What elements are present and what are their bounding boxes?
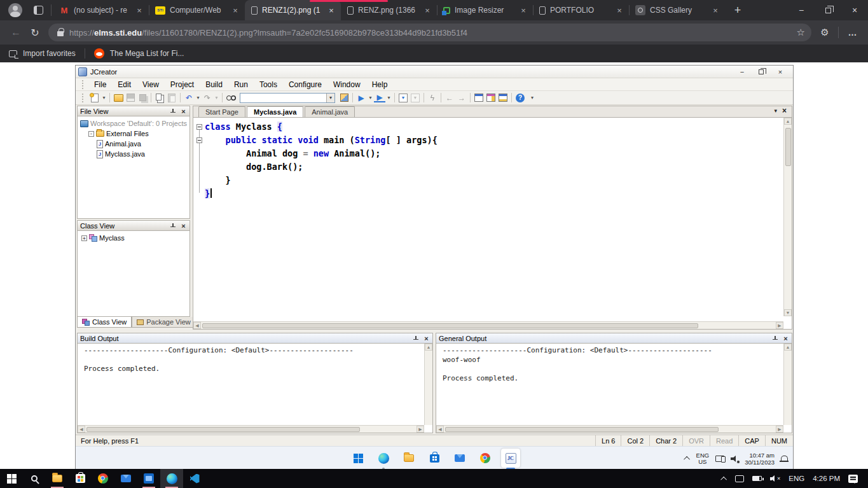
copy-icon[interactable] (154, 92, 165, 103)
pin-icon[interactable] (170, 108, 176, 115)
run-file-icon[interactable]: ▶ (355, 92, 367, 103)
file-view-toggle-icon[interactable] (473, 92, 485, 103)
fold-marker-icon[interactable] (196, 137, 202, 143)
jc-minimize-button[interactable]: − (737, 68, 747, 76)
debug-icon[interactable]: ϟ (427, 92, 438, 103)
dropdown-caret-icon[interactable]: ▾ (386, 95, 392, 101)
close-icon[interactable]: × (180, 222, 187, 230)
favorite-bookmark[interactable]: The Mega List for Fi... (110, 49, 184, 58)
tab-close-icon[interactable]: × (422, 6, 432, 15)
tab-close-icon[interactable]: × (518, 6, 528, 15)
browser-tab[interactable]: Image Resizer× (437, 0, 533, 20)
pin-icon[interactable] (170, 223, 176, 229)
scroll-left-icon[interactable]: ◀ (193, 322, 201, 329)
output-vertical-scrollbar[interactable]: ▲ (783, 344, 792, 425)
tree-expander-icon[interactable]: + (81, 235, 87, 241)
compile-file-icon[interactable] (397, 92, 409, 103)
explorer-taskbar-button[interactable] (399, 449, 418, 468)
scrollbar-thumb[interactable] (445, 427, 719, 432)
redo-icon[interactable]: ↷ (202, 92, 213, 103)
tablet-mode-icon[interactable] (735, 475, 744, 482)
chrome-taskbar-button[interactable] (476, 449, 495, 468)
battery-icon[interactable] (752, 476, 762, 481)
undo-icon[interactable]: ↶ (183, 92, 195, 103)
fold-marker-icon[interactable] (196, 124, 202, 130)
store-taskbar-button[interactable] (425, 449, 444, 468)
menu-run[interactable]: Run (228, 78, 254, 91)
jc-close-button[interactable]: × (775, 68, 785, 76)
pin-icon[interactable] (772, 335, 778, 342)
close-icon[interactable]: × (180, 108, 187, 115)
edge-taskbar-button[interactable] (160, 469, 183, 488)
output-horizontal-scrollbar[interactable]: ◀ ▶ (436, 425, 783, 433)
menu-tools[interactable]: Tools (254, 78, 283, 91)
tab-close-icon[interactable]: × (326, 6, 336, 15)
tree-item[interactable]: Workspace 'Default': 0 Projects (79, 119, 189, 128)
photos-taskbar-button[interactable] (137, 469, 160, 488)
address-field[interactable]: https://elms.sti.edu/files/11601780/RENZ… (48, 24, 811, 41)
help-icon[interactable]: ? (516, 94, 525, 102)
output-view-toggle-icon[interactable] (497, 92, 509, 103)
editor-tab-list-icon[interactable]: ▾ (774, 108, 777, 114)
tab-actions-icon[interactable] (34, 6, 43, 15)
scroll-right-icon[interactable]: ▶ (776, 322, 783, 329)
tab-close-icon[interactable]: × (134, 6, 144, 15)
window-restore-button[interactable] (815, 0, 841, 20)
scroll-left-icon[interactable]: ◀ (78, 426, 85, 433)
scrollbar-thumb[interactable] (202, 323, 698, 328)
language-indicator[interactable]: ENG (789, 475, 804, 482)
menu-build[interactable]: Build (200, 78, 228, 91)
tray-chevron-icon[interactable] (720, 476, 727, 482)
notification-bell-icon[interactable] (781, 456, 788, 462)
tray-chevron-icon[interactable] (684, 456, 690, 463)
menu-help[interactable]: Help (366, 78, 394, 91)
fold-gutter[interactable] (193, 137, 205, 143)
dock-tab-package-view[interactable]: Package View (132, 317, 196, 328)
start-taskbar-button[interactable] (0, 469, 23, 488)
scrollbar-th umb[interactable] (86, 427, 360, 432)
tab-close-icon[interactable]: × (614, 6, 624, 15)
menu-configure[interactable]: Configure (283, 78, 327, 91)
profile-avatar[interactable] (8, 3, 22, 17)
menu-file[interactable]: File (88, 78, 112, 91)
window-close-button[interactable]: × (841, 0, 868, 20)
tab-close-icon[interactable]: × (230, 6, 240, 15)
explorer-taskbar-button[interactable] (46, 469, 69, 488)
class-view-toggle-icon[interactable] (485, 92, 497, 103)
tree-item[interactable]: -External Files (79, 129, 189, 138)
new-file-icon[interactable] (89, 92, 100, 103)
paste-icon[interactable] (166, 92, 177, 103)
dock-tab-class-view[interactable]: Class View (77, 317, 132, 328)
scroll-right-icon[interactable]: ▶ (776, 426, 783, 433)
scrollbar-thumb[interactable] (785, 128, 791, 166)
store-taskbar-button[interactable] (69, 469, 92, 488)
dropdown-caret-icon[interactable]: ▾ (101, 95, 107, 101)
browser-tab[interactable]: STIComputer/Web× (149, 0, 245, 20)
search-taskbar-button[interactable] (23, 469, 46, 488)
inner-language-indicator[interactable]: ENG US (696, 452, 710, 465)
dropdown-caret-icon[interactable]: ▾ (195, 95, 201, 101)
inner-clock[interactable]: 10:47 am 30/11/2023 (745, 452, 775, 466)
jc-restore-button[interactable] (756, 69, 766, 74)
scroll-up-icon[interactable]: ▲ (784, 344, 792, 351)
browser-tab[interactable]: CSS Gallery× (629, 0, 725, 20)
tree-item[interactable]: JMyclass.java (79, 150, 189, 158)
code-editor[interactable]: class Myclass { public static void main … (193, 118, 783, 316)
close-icon[interactable]: × (782, 335, 789, 342)
scroll-up-icon[interactable]: ▲ (784, 118, 792, 125)
cast-device-icon[interactable] (715, 456, 724, 462)
favorite-star-icon[interactable]: ☆ (797, 27, 805, 38)
scroll-down-icon[interactable]: ▼ (784, 309, 792, 316)
import-favorites-button[interactable]: Import favorites (23, 49, 76, 58)
editor-tab-animal-java[interactable]: Animal.java (305, 106, 355, 117)
vscode-taskbar-button[interactable] (183, 469, 206, 488)
volume-muted-icon[interactable]: × (770, 475, 780, 482)
menu-edit[interactable]: Edit (112, 78, 137, 91)
browser-tab[interactable]: M(no subject) - re× (53, 0, 149, 20)
back-icon[interactable]: ← (6, 23, 25, 42)
toolbar-overflow-icon[interactable]: ▾ (527, 92, 538, 103)
mail-taskbar-button[interactable] (450, 449, 469, 468)
save-all-icon[interactable] (137, 92, 148, 103)
settings-menu-icon[interactable]: … (844, 27, 862, 38)
jcreator-taskbar-button[interactable]: JC (501, 449, 520, 468)
